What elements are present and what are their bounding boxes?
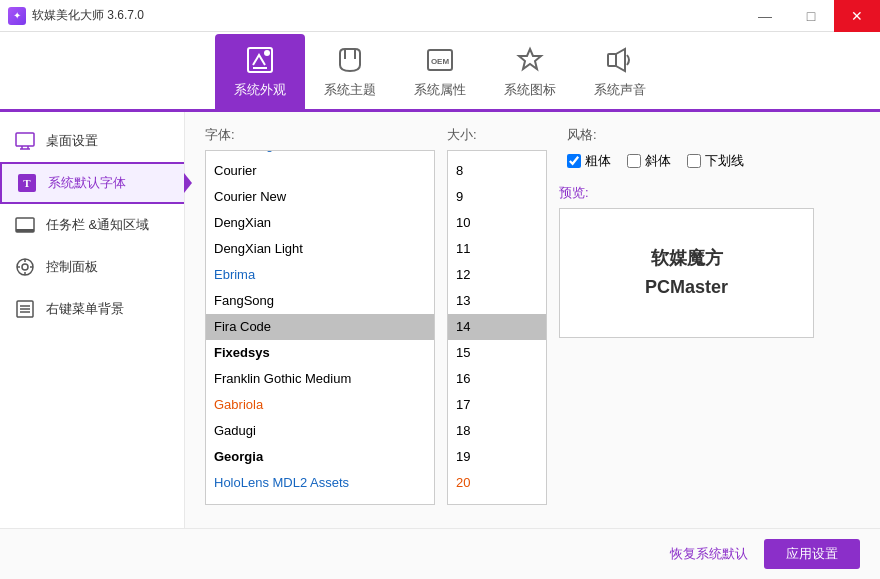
style-section: 风格: 粗体 斜体 下划线	[567, 126, 844, 170]
svg-text:OEM: OEM	[431, 57, 450, 66]
size-list-item[interactable]: 21	[448, 496, 546, 505]
size-list-item[interactable]: 19	[448, 444, 546, 470]
font-list-item[interactable]: Courier New	[206, 184, 434, 210]
preview-label: 预览:	[559, 184, 844, 202]
window-controls: — □ ✕	[742, 0, 880, 32]
size-list[interactable]: 6789101112131415161718192021222324	[447, 150, 547, 505]
size-list-item[interactable]: 12	[448, 262, 546, 288]
preview-box: 软媒魔方 PCMaster	[559, 208, 814, 338]
font-label: 字体:	[205, 126, 435, 144]
font-list-item[interactable]: Franklin Gothic Medium	[206, 366, 434, 392]
size-section: 大小: 6789101112131415161718192021222324	[447, 126, 547, 514]
control-icon	[14, 256, 36, 278]
sidebar-taskbar-label: 任务栏 &通知区域	[46, 216, 149, 234]
desktop-icon	[14, 130, 36, 152]
font-list-item[interactable]: Gabriola	[206, 392, 434, 418]
font-list-item[interactable]: DengXian	[206, 210, 434, 236]
font-list-item[interactable]: Impact	[206, 496, 434, 505]
font-list-item[interactable]: Courier	[206, 158, 434, 184]
tab-theme[interactable]: 系统主题	[305, 34, 395, 109]
sidebar: 桌面设置 T 系统默认字体 任务栏 &通知区域	[0, 112, 185, 528]
size-list-item[interactable]: 20	[448, 470, 546, 496]
preview-section: 预览: 软媒魔方 PCMaster	[559, 184, 844, 338]
sidebar-item-font[interactable]: T 系统默认字体	[0, 162, 184, 204]
font-list[interactable]: Corbel LightCourierCourier NewDengXianDe…	[205, 150, 435, 505]
italic-checkbox[interactable]	[627, 154, 641, 168]
app-title: 软媒美化大师 3.6.7.0	[32, 7, 144, 24]
close-button[interactable]: ✕	[834, 0, 880, 32]
italic-checkbox-label[interactable]: 斜体	[627, 152, 671, 170]
sidebar-control-label: 控制面板	[46, 258, 98, 276]
sidebar-item-desktop[interactable]: 桌面设置	[0, 120, 184, 162]
size-list-item[interactable]: 14	[448, 314, 546, 340]
size-list-item[interactable]: 15	[448, 340, 546, 366]
font-picker: 字体: Corbel LightCourierCourier NewDengXi…	[205, 126, 860, 514]
taskbar-icon	[14, 214, 36, 236]
tab-theme-label: 系统主题	[324, 81, 376, 99]
right-panel: 风格: 粗体 斜体 下划线	[559, 126, 844, 514]
maximize-button[interactable]: □	[788, 0, 834, 32]
font-list-item[interactable]: HoloLens MDL2 Assets	[206, 470, 434, 496]
size-label: 大小:	[447, 126, 547, 144]
svg-text:T: T	[23, 177, 31, 189]
svg-point-1	[264, 50, 270, 56]
svg-rect-14	[16, 229, 34, 232]
tab-appearance[interactable]: 系统外观	[215, 34, 305, 109]
italic-label: 斜体	[645, 152, 671, 170]
tab-props[interactable]: OEM 系统属性	[395, 34, 485, 109]
tab-icons-icon	[514, 44, 546, 76]
restore-default-button[interactable]: 恢复系统默认	[670, 545, 748, 563]
font-list-item[interactable]: DengXian Light	[206, 236, 434, 262]
title-bar: ✦ 软媒美化大师 3.6.7.0 — □ ✕	[0, 0, 880, 32]
style-checkboxes: 粗体 斜体 下划线	[567, 152, 844, 170]
tab-sounds-icon	[604, 44, 636, 76]
underline-checkbox-label[interactable]: 下划线	[687, 152, 744, 170]
svg-point-15	[22, 264, 28, 270]
font-icon: T	[16, 172, 38, 194]
sidebar-font-label: 系统默认字体	[48, 174, 126, 192]
font-list-item[interactable]: Fira Code	[206, 314, 434, 340]
svg-marker-5	[519, 49, 541, 69]
apply-button[interactable]: 应用设置	[764, 539, 860, 569]
size-list-item[interactable]: 8	[448, 158, 546, 184]
bold-label: 粗体	[585, 152, 611, 170]
size-list-item[interactable]: 7	[448, 150, 546, 158]
font-list-item[interactable]: Fixedsys	[206, 340, 434, 366]
sidebar-item-taskbar[interactable]: 任务栏 &通知区域	[0, 204, 184, 246]
tab-icons-label: 系统图标	[504, 81, 556, 99]
bottom-bar: 恢复系统默认 应用设置	[0, 528, 880, 579]
tab-icons[interactable]: 系统图标	[485, 34, 575, 109]
context-icon	[14, 298, 36, 320]
bold-checkbox[interactable]	[567, 154, 581, 168]
bold-checkbox-label[interactable]: 粗体	[567, 152, 611, 170]
tab-sounds-label: 系统声音	[594, 81, 646, 99]
tab-theme-icon	[334, 44, 366, 76]
tab-props-label: 系统属性	[414, 81, 466, 99]
font-list-item[interactable]: Gadugi	[206, 418, 434, 444]
font-list-item[interactable]: Ebrima	[206, 262, 434, 288]
sidebar-item-context[interactable]: 右键菜单背景	[0, 288, 184, 330]
tab-props-icon: OEM	[424, 44, 456, 76]
font-list-item[interactable]: Georgia	[206, 444, 434, 470]
size-list-item[interactable]: 17	[448, 392, 546, 418]
size-list-item[interactable]: 16	[448, 366, 546, 392]
app-icon-symbol: ✦	[13, 10, 21, 21]
size-list-item[interactable]: 13	[448, 288, 546, 314]
svg-rect-6	[608, 54, 616, 66]
font-list-item[interactable]: FangSong	[206, 288, 434, 314]
content-area: 字体: Corbel LightCourierCourier NewDengXi…	[185, 112, 880, 528]
font-section: 字体: Corbel LightCourierCourier NewDengXi…	[205, 126, 435, 514]
preview-line1: 软媒魔方	[651, 244, 723, 273]
font-list-item[interactable]: Corbel Light	[206, 150, 434, 158]
minimize-button[interactable]: —	[742, 0, 788, 32]
size-list-item[interactable]: 18	[448, 418, 546, 444]
sidebar-item-control[interactable]: 控制面板	[0, 246, 184, 288]
size-list-item[interactable]: 9	[448, 184, 546, 210]
size-list-item[interactable]: 10	[448, 210, 546, 236]
sidebar-context-label: 右键菜单背景	[46, 300, 124, 318]
size-list-item[interactable]: 11	[448, 236, 546, 262]
style-label: 风格:	[567, 126, 844, 144]
tab-sounds[interactable]: 系统声音	[575, 34, 665, 109]
underline-checkbox[interactable]	[687, 154, 701, 168]
preview-line2: PCMaster	[645, 273, 728, 302]
